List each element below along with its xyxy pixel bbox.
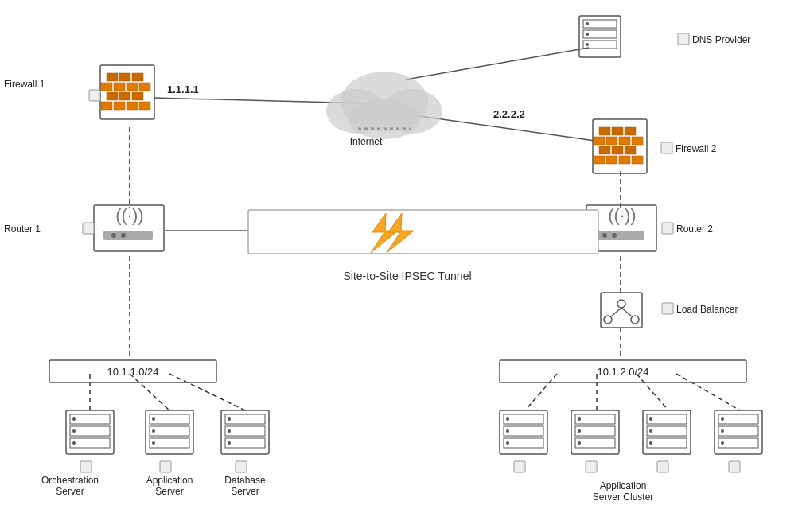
svg-rect-32 xyxy=(678,33,689,45)
svg-line-15 xyxy=(525,374,557,410)
svg-line-2 xyxy=(406,48,589,80)
svg-rect-39 xyxy=(114,83,125,91)
svg-rect-86 xyxy=(601,293,642,328)
svg-rect-63 xyxy=(606,156,617,164)
svg-text:Router 1: Router 1 xyxy=(4,223,41,235)
svg-rect-47 xyxy=(127,102,138,110)
svg-rect-115 xyxy=(160,461,171,472)
svg-point-89 xyxy=(631,316,639,324)
svg-rect-66 xyxy=(661,142,672,153)
svg-rect-49 xyxy=(89,90,100,101)
svg-text:Application: Application xyxy=(600,480,647,491)
svg-rect-110 xyxy=(150,426,189,436)
svg-rect-58 xyxy=(632,137,643,145)
svg-rect-48 xyxy=(139,102,150,110)
svg-rect-82 xyxy=(248,210,598,254)
svg-rect-36 xyxy=(119,73,130,81)
svg-point-133 xyxy=(506,429,509,433)
svg-rect-35 xyxy=(107,73,118,81)
svg-rect-59 xyxy=(599,146,610,154)
tunnel-node: Site-to-Site IPSEC Tunnel xyxy=(248,210,598,282)
svg-rect-43 xyxy=(119,92,130,100)
svg-rect-131 xyxy=(504,438,543,448)
svg-rect-55 xyxy=(594,137,605,145)
svg-point-141 xyxy=(578,429,581,433)
cluster-server3-node xyxy=(643,410,691,472)
svg-rect-138 xyxy=(575,426,615,436)
svg-text:Database: Database xyxy=(224,475,266,486)
svg-rect-45 xyxy=(101,102,112,110)
svg-point-132 xyxy=(506,417,509,421)
svg-rect-154 xyxy=(718,426,758,436)
svg-point-78 xyxy=(602,233,607,238)
svg-rect-61 xyxy=(625,146,636,154)
svg-rect-139 xyxy=(575,438,615,448)
svg-text:10.1.1.0/24: 10.1.1.0/24 xyxy=(107,366,158,378)
cluster-server2-node xyxy=(571,410,619,472)
svg-point-112 xyxy=(152,417,155,421)
svg-rect-109 xyxy=(150,414,189,424)
svg-rect-147 xyxy=(647,438,687,448)
svg-rect-135 xyxy=(514,461,525,472)
svg-point-158 xyxy=(721,441,724,445)
svg-text:Internet: Internet xyxy=(350,136,383,147)
svg-point-156 xyxy=(721,417,724,421)
svg-rect-41 xyxy=(139,83,150,91)
svg-rect-137 xyxy=(575,414,615,424)
subnet1-node: 10.1.1.0/24 xyxy=(49,360,216,382)
svg-text:Server: Server xyxy=(231,486,259,497)
cluster-server1-node xyxy=(500,410,547,472)
svg-rect-146 xyxy=(647,426,687,436)
svg-rect-57 xyxy=(619,137,630,145)
svg-point-149 xyxy=(649,429,652,433)
database-server-node: Database Server xyxy=(221,410,269,497)
svg-text:2.2.2.2: 2.2.2.2 xyxy=(493,108,525,120)
dns-node: DNS Provider xyxy=(579,16,750,57)
svg-point-87 xyxy=(617,300,625,308)
svg-rect-101 xyxy=(70,438,110,448)
svg-line-90 xyxy=(612,308,621,316)
svg-rect-52 xyxy=(599,127,610,135)
svg-text:Load Balancer: Load Balancer xyxy=(676,304,738,315)
subnet2-node: 10.1.2.0/24 xyxy=(500,360,746,382)
svg-point-148 xyxy=(649,417,652,421)
svg-point-30 xyxy=(586,33,589,36)
svg-rect-125 xyxy=(236,461,247,472)
svg-point-114 xyxy=(152,441,155,445)
svg-rect-70 xyxy=(103,231,153,240)
svg-point-150 xyxy=(649,441,652,445)
svg-rect-60 xyxy=(612,146,623,154)
svg-rect-56 xyxy=(606,137,617,145)
svg-point-104 xyxy=(72,441,76,445)
internet-node: Internet xyxy=(326,72,442,147)
orchestration-server-node: Orchestration Server xyxy=(41,410,114,497)
svg-text:1.1.1.1: 1.1.1.1 xyxy=(167,83,199,95)
svg-rect-40 xyxy=(127,83,138,91)
svg-rect-44 xyxy=(132,92,143,100)
svg-point-79 xyxy=(612,233,617,238)
svg-text:Firewall 2: Firewall 2 xyxy=(676,143,717,154)
loadbalancer-node: Load Balancer xyxy=(601,293,738,328)
svg-rect-64 xyxy=(619,156,630,164)
svg-rect-120 xyxy=(225,426,265,436)
svg-point-88 xyxy=(604,316,612,324)
svg-rect-25 xyxy=(579,16,621,57)
svg-text:Orchestration: Orchestration xyxy=(41,475,99,486)
svg-point-22 xyxy=(349,99,420,139)
svg-rect-143 xyxy=(586,461,597,472)
svg-rect-54 xyxy=(625,127,636,135)
cluster-server4-node xyxy=(715,410,762,472)
svg-point-29 xyxy=(586,22,589,25)
svg-text:Server: Server xyxy=(155,486,183,497)
svg-text:Server: Server xyxy=(56,486,84,497)
svg-rect-145 xyxy=(647,414,687,424)
svg-line-17 xyxy=(637,374,668,410)
svg-rect-37 xyxy=(132,73,143,81)
svg-point-122 xyxy=(228,417,231,421)
svg-rect-62 xyxy=(594,156,605,164)
svg-rect-159 xyxy=(729,461,740,472)
svg-point-124 xyxy=(228,441,231,445)
svg-point-31 xyxy=(586,43,589,46)
svg-rect-53 xyxy=(612,127,623,135)
svg-point-72 xyxy=(121,233,126,238)
